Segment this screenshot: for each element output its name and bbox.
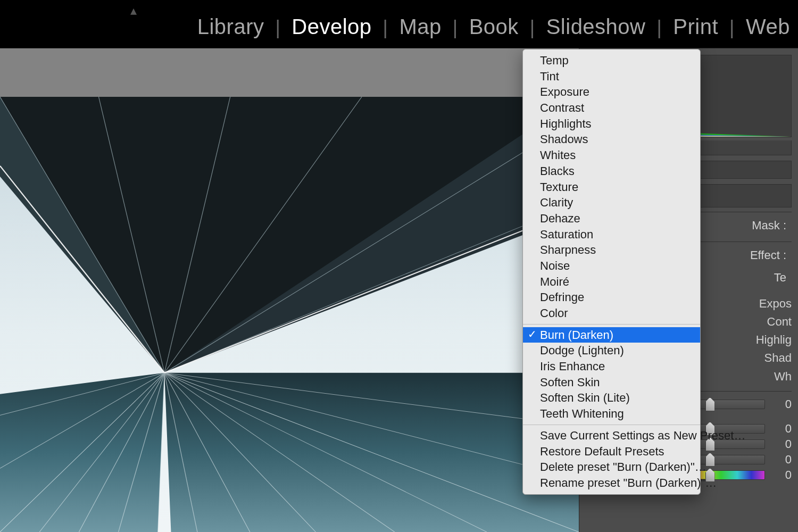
dropdown-item[interactable]: Delete preset "Burn (Darken)"… <box>523 459 700 475</box>
dropdown-item[interactable]: Burn (Darken) <box>523 327 700 343</box>
tab-slideshow[interactable]: Slideshow <box>544 15 649 39</box>
dropdown-item[interactable]: Soften Skin (Lite) <box>523 390 700 406</box>
dropdown-item[interactable]: Restore Default Presets <box>523 444 700 460</box>
tab-web[interactable]: Web <box>743 15 793 39</box>
photo-preview[interactable] <box>0 97 579 532</box>
slider-value[interactable]: 0 <box>770 468 792 482</box>
dropdown-item[interactable]: Dodge (Lighten) <box>523 343 700 359</box>
tab-separator: | <box>453 16 458 39</box>
dropdown-item[interactable]: Clarity <box>523 195 700 211</box>
dropdown-group-presets: Burn (Darken)Dodge (Lighten)Iris Enhance… <box>523 327 700 422</box>
dropdown-divider <box>523 425 700 425</box>
dropdown-item[interactable]: Contrast <box>523 100 700 116</box>
slider-knob[interactable] <box>705 453 715 467</box>
slider-value[interactable]: 0 <box>770 397 792 411</box>
dropdown-item[interactable]: Color <box>523 305 700 321</box>
panel-collapse-caret[interactable]: ▴ <box>130 3 137 18</box>
dropdown-group-actions: Save Current Settings as New Preset…Rest… <box>523 428 700 491</box>
tab-separator: | <box>530 16 535 39</box>
tab-separator: | <box>275 16 280 39</box>
dropdown-item[interactable]: Saturation <box>523 227 700 243</box>
dropdown-item[interactable]: Soften Skin <box>523 375 700 390</box>
slider-value[interactable]: 0 <box>770 437 792 451</box>
dropdown-item[interactable]: Tint <box>523 69 700 85</box>
slider-value[interactable]: 0 <box>770 453 792 467</box>
dropdown-item[interactable]: Blacks <box>523 163 700 179</box>
tab-map[interactable]: Map <box>396 15 444 39</box>
module-tabs: Library | Develop | Map | Book | Slidesh… <box>195 15 793 39</box>
dropdown-item[interactable]: Noise <box>523 258 700 274</box>
dropdown-item[interactable]: Defringe <box>523 289 700 305</box>
dropdown-item[interactable]: Exposure <box>523 84 700 100</box>
dropdown-item[interactable]: Moiré <box>523 274 700 290</box>
dropdown-divider <box>523 324 700 325</box>
dropdown-item[interactable]: Highlights <box>523 116 700 132</box>
tab-print[interactable]: Print <box>670 15 721 39</box>
effect-preset-dropdown[interactable]: TempTintExposureContrastHighlightsShadow… <box>522 49 701 495</box>
dropdown-item[interactable]: Rename preset "Burn (Darken)"… <box>523 475 700 491</box>
dropdown-item[interactable]: Whites <box>523 147 700 163</box>
tab-develop[interactable]: Develop <box>289 15 374 39</box>
dropdown-item[interactable]: Temp <box>523 53 700 69</box>
dropdown-item[interactable]: Sharpness <box>523 242 700 258</box>
dropdown-item[interactable]: Iris Enhance <box>523 359 700 375</box>
tab-separator: | <box>657 16 662 39</box>
dropdown-item[interactable]: Teeth Whitening <box>523 406 700 422</box>
dropdown-item[interactable]: Shadows <box>523 131 700 147</box>
tab-separator: | <box>383 16 388 39</box>
tab-separator: | <box>729 16 735 39</box>
dropdown-item[interactable]: Texture <box>523 179 700 195</box>
dropdown-item[interactable]: Dehaze <box>523 211 700 227</box>
tab-library[interactable]: Library <box>195 15 267 39</box>
dropdown-group-adjust: TempTintExposureContrastHighlightsShadow… <box>523 53 700 321</box>
slider-knob[interactable] <box>705 397 715 411</box>
dropdown-item[interactable]: Save Current Settings as New Preset… <box>523 428 700 444</box>
tab-book[interactable]: Book <box>467 15 521 39</box>
slider-value[interactable]: 0 <box>770 422 792 436</box>
canvas-area <box>0 48 579 532</box>
